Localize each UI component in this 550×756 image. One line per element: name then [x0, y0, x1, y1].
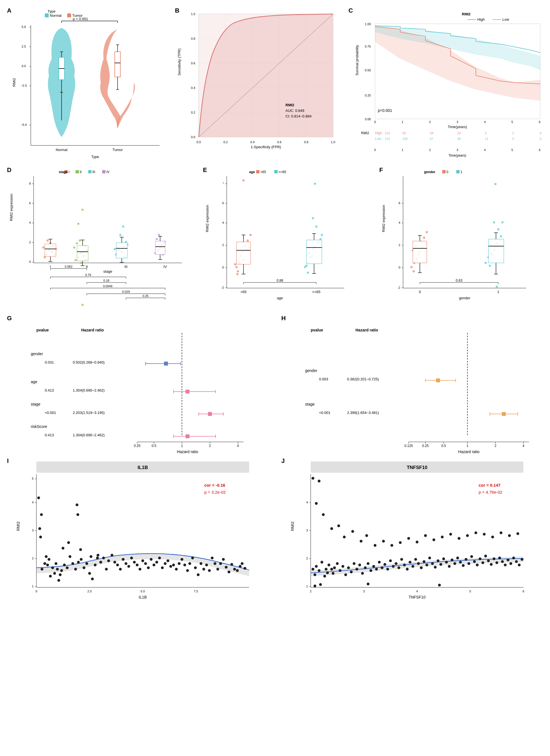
svg-point-648 — [507, 559, 509, 561]
svg-point-485 — [80, 558, 83, 561]
svg-point-528 — [183, 564, 186, 566]
svg-text:Hazard ratio: Hazard ratio — [458, 449, 480, 453]
svg-text:0.8: 0.8 — [191, 37, 195, 40]
svg-text:0: 0 — [540, 131, 541, 135]
svg-point-340 — [413, 270, 415, 272]
svg-text:High: High — [375, 131, 382, 135]
svg-point-578 — [318, 569, 321, 572]
svg-text:age: age — [31, 380, 37, 384]
svg-point-592 — [350, 571, 353, 573]
svg-text:0.50: 0.50 — [365, 69, 371, 72]
svg-text:stage: stage — [31, 402, 40, 406]
svg-point-476 — [57, 579, 60, 582]
svg-text:Hazard ratio: Hazard ratio — [356, 328, 378, 332]
svg-point-512 — [138, 568, 141, 571]
svg-point-597 — [364, 566, 367, 569]
svg-rect-425 — [502, 412, 506, 416]
svg-rect-375 — [164, 362, 168, 366]
svg-point-645 — [498, 557, 501, 559]
panel-H-chart: pvalue Hazard ratio gender 0.003 0.382(0… — [283, 316, 550, 453]
svg-point-357 — [497, 228, 499, 230]
svg-point-591 — [347, 566, 350, 569]
svg-point-541 — [219, 562, 222, 565]
svg-point-472 — [51, 566, 54, 569]
svg-text:<0.001: <0.001 — [45, 411, 56, 415]
svg-text:Normal: Normal — [50, 13, 62, 18]
svg-text:I: I — [69, 170, 69, 174]
svg-text:2: 2 — [32, 557, 34, 560]
svg-text:1.0: 1.0 — [331, 140, 335, 144]
svg-text:7.5: 7.5 — [194, 590, 198, 593]
svg-text:II: II — [80, 170, 82, 174]
svg-text:5: 5 — [32, 477, 34, 480]
svg-text:2: 2 — [209, 444, 211, 448]
svg-point-649 — [509, 562, 512, 565]
svg-point-596 — [361, 572, 364, 575]
svg-point-507 — [124, 562, 127, 565]
svg-text:13: 13 — [485, 137, 488, 140]
svg-text:0.25: 0.25 — [365, 94, 371, 97]
svg-point-669 — [433, 538, 435, 541]
svg-point-653 — [521, 558, 523, 561]
svg-text:p = 3.2e-02: p = 3.2e-02 — [204, 490, 225, 494]
svg-point-635 — [470, 555, 473, 558]
svg-point-619 — [426, 564, 428, 566]
svg-text:0.6: 0.6 — [191, 62, 195, 65]
svg-text:0.5: 0.5 — [441, 444, 446, 448]
svg-point-665 — [399, 541, 402, 544]
svg-text:3: 3 — [363, 590, 365, 593]
svg-rect-228 — [155, 241, 165, 255]
svg-point-646 — [501, 560, 504, 563]
svg-point-486 — [83, 566, 85, 569]
svg-text:0: 0 — [447, 170, 448, 174]
svg-point-593 — [353, 562, 356, 565]
svg-point-333 — [423, 237, 425, 239]
svg-text:8: 8 — [29, 182, 31, 185]
panel-B: B — [173, 6, 347, 162]
svg-point-338 — [410, 266, 413, 268]
svg-point-660 — [360, 540, 363, 543]
svg-point-659 — [351, 530, 354, 533]
svg-point-612 — [406, 568, 409, 571]
svg-point-623 — [437, 559, 440, 562]
svg-point-581 — [325, 568, 328, 571]
svg-point-470 — [48, 558, 50, 561]
svg-point-466 — [41, 568, 43, 571]
svg-point-620 — [428, 557, 431, 559]
svg-point-469 — [46, 564, 49, 566]
svg-point-499 — [102, 557, 105, 559]
svg-text:4: 4 — [29, 221, 31, 224]
svg-point-542 — [222, 558, 225, 561]
svg-text:AUC: 0.849: AUC: 0.849 — [286, 109, 304, 113]
svg-point-627 — [448, 565, 451, 568]
svg-point-587 — [336, 562, 339, 565]
svg-text:0.79: 0.79 — [85, 273, 91, 277]
svg-point-361 — [494, 183, 497, 185]
svg-point-636 — [473, 560, 476, 563]
svg-point-517 — [152, 564, 155, 566]
svg-text:2: 2 — [399, 243, 400, 247]
svg-point-225 — [156, 238, 158, 240]
svg-text:4: 4 — [484, 148, 486, 152]
svg-text:6: 6 — [399, 201, 400, 205]
svg-text:6: 6 — [222, 201, 224, 205]
svg-text:0.0046: 0.0046 — [103, 284, 112, 288]
svg-point-274 — [242, 179, 244, 182]
panel-B-label: B — [175, 7, 179, 14]
svg-point-643 — [493, 557, 495, 560]
panel-E-chart: age >65 <=65 0.88 RMI2 expression -2 0 2 — [204, 168, 375, 310]
svg-point-193 — [77, 223, 79, 225]
svg-point-543 — [225, 566, 227, 569]
svg-point-631 — [459, 561, 462, 564]
svg-point-352 — [485, 262, 487, 264]
svg-point-293 — [307, 272, 309, 274]
svg-text:2: 2 — [306, 557, 308, 560]
svg-point-625 — [442, 557, 445, 560]
svg-text:Survival probability: Survival probability — [355, 45, 359, 76]
svg-point-674 — [474, 531, 477, 534]
panel-J: J TNFSF10 cor = 0.147 p = 4.76e-02 RMI2 … — [280, 456, 550, 607]
svg-point-685 — [318, 480, 321, 482]
panel-F-label: F — [379, 166, 383, 174]
svg-point-184 — [74, 259, 77, 261]
svg-point-171 — [46, 239, 49, 242]
